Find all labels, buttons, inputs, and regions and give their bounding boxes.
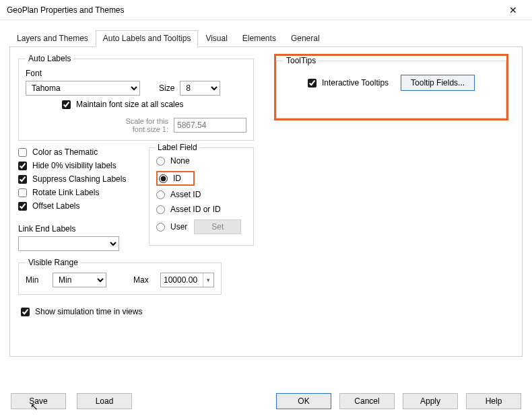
window-title: GeoPlan Properties and Themes	[7, 5, 125, 15]
load-button[interactable]: Load	[77, 393, 132, 409]
tab-visual[interactable]: Visual	[198, 30, 234, 47]
suppress-clash-checkbox[interactable]: Suppress Clashing Labels	[18, 174, 139, 184]
tooltips-group: ToolTips Interactive Tooltips Tooltip Fi…	[276, 56, 506, 118]
help-button[interactable]: Help	[466, 393, 521, 409]
show-sim-checkbox[interactable]: Show simulation time in views	[21, 307, 142, 316]
size-label: Size	[159, 83, 174, 93]
tab-elements[interactable]: Elements	[235, 30, 284, 47]
dialog-button-bar: Save Load OK Cancel Apply Help ↖	[0, 385, 532, 420]
scale-value-field	[174, 118, 246, 133]
cancel-button[interactable]: Cancel	[339, 393, 395, 409]
maintain-font-input[interactable]	[62, 100, 71, 109]
tooltip-fields-button[interactable]: Tooltip Fields...	[401, 75, 475, 91]
min-select[interactable]: Min	[53, 273, 106, 287]
hide-zero-checkbox[interactable]: Hide 0% visibility labels	[18, 161, 139, 170]
min-label: Min	[26, 275, 46, 285]
font-label: Font	[26, 69, 42, 78]
label-field-group: Label Field None ID	[149, 147, 254, 246]
labelfield-user-radio[interactable]: User	[156, 222, 187, 232]
rotate-link-checkbox[interactable]: Rotate Link Labels	[18, 188, 139, 197]
visible-range-legend: Visible Range	[26, 258, 81, 267]
close-icon[interactable]: ✕	[500, 1, 527, 20]
tab-auto-labels-and-tooltips[interactable]: Auto Labels and Tooltips	[96, 30, 199, 47]
hide-zero-input[interactable]	[18, 162, 27, 170]
tab-general[interactable]: General	[284, 30, 327, 47]
labelfield-assetid-radio[interactable]: Asset ID	[156, 190, 246, 199]
maintain-font-checkbox[interactable]: Maintain font size at all scales	[62, 100, 183, 109]
labelfield-id-radio[interactable]: ID	[159, 174, 181, 183]
tooltips-highlight: ToolTips Interactive Tooltips Tooltip Fi…	[274, 54, 508, 120]
rotate-link-input[interactable]	[18, 188, 27, 197]
interactive-tooltips-checkbox[interactable]: Interactive Tooltips	[308, 78, 389, 88]
save-button[interactable]: Save	[11, 393, 66, 409]
offset-labels-input[interactable]	[18, 202, 27, 211]
font-select[interactable]: Tahoma	[26, 81, 140, 96]
apply-button[interactable]: Apply	[403, 393, 458, 409]
max-label: Max	[133, 275, 154, 285]
visible-range-group: Visible Range Min Min Max ▾	[18, 258, 222, 295]
ok-button[interactable]: OK	[276, 393, 331, 409]
offset-labels-checkbox[interactable]: Offset Labels	[18, 201, 139, 211]
maintain-font-label: Maintain font size at all scales	[76, 100, 183, 109]
chevron-down-icon[interactable]: ▾	[203, 273, 213, 287]
labelfield-set-button: Set	[194, 219, 241, 234]
tabstrip: Layers and Themes Auto Labels and Toolti…	[9, 30, 523, 47]
link-end-legend: Link End Labels	[18, 224, 139, 234]
scale-label: Scale for this font size 1:	[125, 117, 168, 133]
labelfield-none-radio[interactable]: None	[156, 156, 246, 166]
interactive-tooltips-input[interactable]	[308, 79, 317, 88]
link-end-select[interactable]	[18, 236, 119, 251]
color-as-thematic-input[interactable]	[18, 148, 27, 157]
tooltips-legend: ToolTips	[284, 56, 319, 65]
auto-labels-legend: Auto Labels	[26, 54, 73, 63]
size-select[interactable]: 8	[180, 81, 220, 96]
show-sim-input[interactable]	[21, 308, 30, 316]
color-as-thematic-checkbox[interactable]: Color as Thematic	[18, 147, 139, 157]
suppress-clash-input[interactable]	[18, 175, 27, 184]
tab-layers-and-themes[interactable]: Layers and Themes	[9, 30, 96, 47]
auto-labels-group: Auto Labels Font Tahoma Size 8	[18, 54, 254, 141]
labelfield-assetid-or-id-radio[interactable]: Asset ID or ID	[156, 205, 246, 214]
label-field-legend: Label Field	[155, 143, 200, 152]
